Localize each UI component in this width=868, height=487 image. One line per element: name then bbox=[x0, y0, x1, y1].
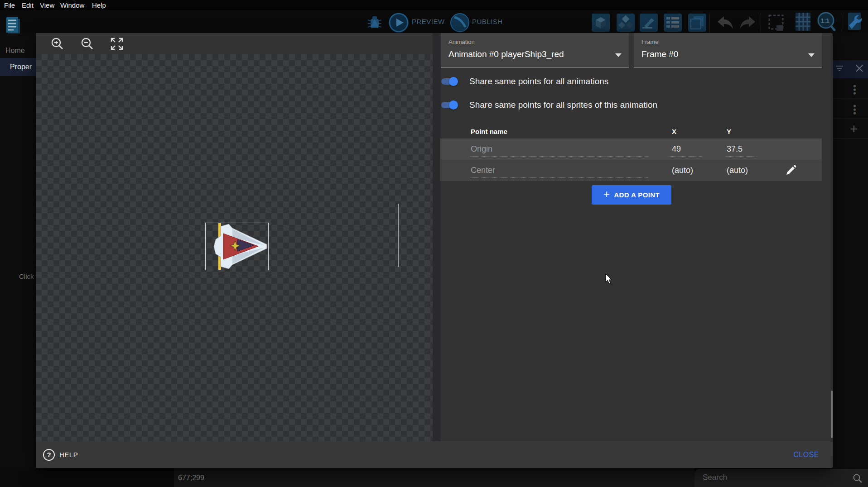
search-icon bbox=[853, 473, 863, 483]
menu-bar: File Edit View Window Help bbox=[0, 0, 868, 10]
column-header-y: Y bbox=[727, 128, 731, 135]
close-button[interactable]: CLOSE bbox=[793, 451, 819, 459]
gdevelop-app: File Edit View Window Help PREVIEW PUBLI bbox=[0, 0, 868, 487]
toggle-label: Share same points for all animations bbox=[469, 76, 608, 86]
share-points-animations-row: Share same points for all animations bbox=[441, 76, 608, 87]
row-separator bbox=[833, 138, 868, 139]
table-row-origin[interactable]: Origin 49 37.5 bbox=[440, 138, 822, 160]
toolbar-separator bbox=[761, 13, 761, 32]
debug-icon[interactable] bbox=[366, 14, 383, 32]
sprite-player-ship[interactable] bbox=[205, 223, 269, 270]
layers-icon[interactable] bbox=[688, 14, 706, 32]
publish-globe-icon[interactable] bbox=[450, 13, 470, 33]
menu-edit[interactable]: Edit bbox=[22, 1, 34, 9]
point-name: Center bbox=[471, 166, 495, 175]
tab-home[interactable]: Home bbox=[5, 47, 25, 55]
plus-icon: + bbox=[603, 189, 610, 200]
animation-select[interactable]: Animation Animation #0 playerShip3_red bbox=[441, 33, 629, 67]
help-icon: ? bbox=[43, 449, 55, 461]
objects-search-box[interactable]: Search bbox=[694, 469, 868, 487]
objects-group-icon[interactable] bbox=[617, 14, 635, 32]
mask-selection-icon[interactable] bbox=[767, 14, 785, 33]
toolbar-separator bbox=[841, 13, 841, 32]
grid-icon[interactable] bbox=[795, 12, 811, 32]
canvas-panel-divider bbox=[433, 33, 441, 441]
point-name: Origin bbox=[471, 144, 492, 154]
file-document-icon[interactable] bbox=[5, 16, 21, 34]
status-bar: 677;299 Search bbox=[0, 468, 868, 487]
points-panel: Animation Animation #0 playerShip3_red F… bbox=[440, 33, 833, 441]
sprite-preview-area bbox=[36, 33, 433, 441]
table-row-center[interactable]: Center (auto) (auto) bbox=[440, 160, 822, 181]
canvas-hint-text: Click bbox=[19, 272, 34, 280]
row-menu-icon[interactable]: ••• bbox=[853, 104, 856, 115]
row-separator bbox=[833, 99, 868, 99]
zoom-out-icon[interactable] bbox=[80, 37, 95, 51]
main-toolbar: PREVIEW PUBLISH bbox=[0, 10, 868, 33]
fit-to-view-icon[interactable] bbox=[110, 37, 124, 51]
share-points-animations-toggle[interactable] bbox=[441, 78, 457, 85]
zoom-in-icon[interactable] bbox=[50, 37, 65, 51]
mouse-cursor bbox=[605, 273, 613, 285]
instances-list-icon[interactable] bbox=[664, 14, 682, 32]
edit-scene-icon[interactable] bbox=[640, 14, 658, 32]
edit-pencil-icon[interactable] bbox=[785, 164, 797, 176]
add-a-point-button[interactable]: + ADD A POINT bbox=[592, 185, 671, 205]
canvas-scrollbar[interactable] bbox=[398, 204, 399, 267]
zoom-ratio-icon[interactable]: 1:1 bbox=[817, 11, 836, 33]
menu-window[interactable]: Window bbox=[60, 1, 84, 9]
frame-select[interactable]: Frame Frame #0 bbox=[634, 33, 822, 67]
undo-icon[interactable] bbox=[716, 14, 734, 31]
zoom-ratio-label: 1:1 bbox=[821, 17, 829, 24]
filter-icon[interactable] bbox=[835, 64, 844, 73]
share-points-sprites-toggle[interactable] bbox=[441, 102, 457, 108]
edit-points-dialog: Animation Animation #0 playerShip3_red F… bbox=[36, 33, 833, 468]
redo-icon[interactable] bbox=[739, 14, 757, 31]
point-y-value[interactable]: 37.5 bbox=[727, 144, 743, 154]
menu-help[interactable]: Help bbox=[92, 1, 106, 9]
project-settings-icon[interactable] bbox=[845, 12, 863, 33]
column-header-x: X bbox=[672, 128, 676, 135]
point-x-value[interactable]: 49 bbox=[672, 144, 681, 154]
cursor-coordinates: 677;299 bbox=[178, 474, 204, 482]
search-placeholder: Search bbox=[703, 473, 727, 482]
tab-properties[interactable]: Proper bbox=[0, 58, 36, 76]
chevron-down-icon bbox=[808, 53, 815, 57]
frame-select-value: Frame #0 bbox=[641, 49, 678, 59]
menu-file[interactable]: File bbox=[4, 1, 15, 9]
toolbar-separator bbox=[709, 13, 710, 32]
animation-select-label: Animation bbox=[448, 38, 475, 45]
row-separator bbox=[833, 119, 868, 119]
help-button[interactable]: ? HELP bbox=[43, 441, 78, 468]
row-menu-icon[interactable]: ••• bbox=[853, 84, 856, 95]
menu-view[interactable]: View bbox=[40, 1, 54, 9]
close-panel-icon[interactable] bbox=[855, 64, 864, 73]
share-points-sprites-row: Share same points for all sprites of thi… bbox=[441, 99, 657, 111]
point-x-value: (auto) bbox=[672, 166, 693, 175]
add-object-icon[interactable] bbox=[592, 14, 610, 32]
panel-scrollbar[interactable] bbox=[831, 391, 833, 438]
publish-label[interactable]: PUBLISH bbox=[472, 18, 503, 25]
animation-select-value: Animation #0 playerShip3_red bbox=[448, 49, 564, 59]
preview-play-icon[interactable] bbox=[389, 13, 409, 33]
frame-select-label: Frame bbox=[641, 38, 659, 45]
point-y-value: (auto) bbox=[727, 166, 748, 175]
properties-panel-header bbox=[833, 60, 868, 78]
toggle-label: Share same points for all sprites of thi… bbox=[469, 100, 657, 110]
chevron-down-icon bbox=[615, 53, 622, 57]
add-row-icon[interactable]: + bbox=[850, 121, 858, 137]
dialog-footer: ? HELP CLOSE bbox=[36, 441, 833, 468]
preview-label[interactable]: PREVIEW bbox=[412, 18, 445, 25]
scene-status-panel: 677;299 bbox=[174, 468, 694, 487]
column-header-name: Point name bbox=[471, 128, 507, 135]
